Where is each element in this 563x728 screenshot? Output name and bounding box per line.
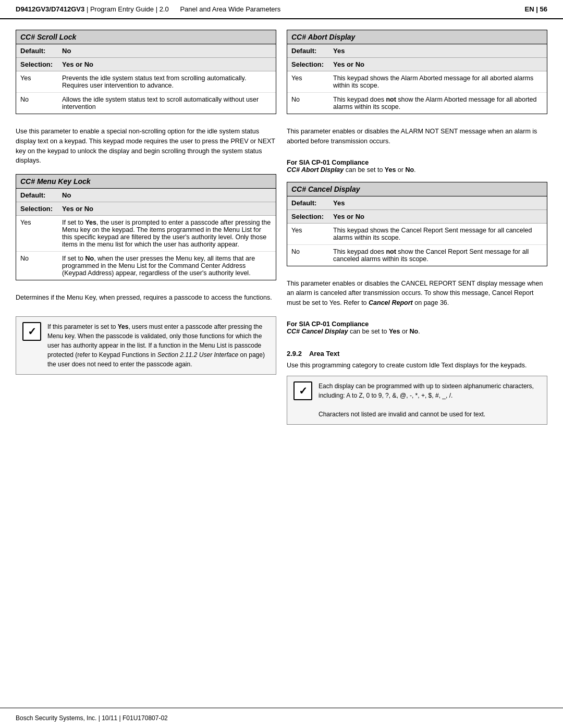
table-row: Yes If set to Yes, the user is prompted … [16, 216, 276, 252]
area-text-number: 2.9.2 [287, 350, 302, 357]
footer-doc: F01U170807-02 [123, 714, 168, 722]
abort-display-default-label: Default: [287, 44, 329, 58]
menu-key-lock-section: CC# Menu Key Lock Default: No Selection:… [16, 174, 276, 280]
header-lang: EN [525, 5, 534, 13]
table-row: Yes This keypad shows the Alarm Aborted … [287, 71, 547, 93]
table-row: Yes Prevents the idle system status text… [16, 71, 276, 93]
guide-title: Program Entry Guide [90, 5, 154, 13]
cancel-display-selection-label: Selection: [287, 209, 329, 223]
page-wrapper: D9412GV3/D7412GV3 | Program Entry Guide … [0, 0, 563, 728]
cancel-display-row1-value: This keypad shows the Cancel Report Sent… [329, 223, 547, 244]
header-spacer [170, 5, 178, 13]
note-content: If this parameter is set to Yes, users m… [47, 322, 270, 369]
table-row: No If set to No, when the user presses t… [16, 252, 276, 280]
scroll-lock-row1-value: Prevents the idle system status text fro… [58, 71, 276, 93]
cancel-display-table: Default: Yes Selection: Yes or No Yes [287, 196, 547, 266]
abort-sia-text: For SIA CP-01 Compliance CC# Abort Displ… [287, 159, 547, 174]
cancel-display-default-label: Default: [287, 196, 329, 210]
abort-display-title: CC# Abort Display [287, 30, 547, 44]
scroll-lock-selection-label: Selection: [16, 58, 58, 71]
menu-key-lock-table: Default: No Selection: Yes or No Yes [16, 189, 276, 280]
menu-key-lock-desc: Determines if the Menu Key, when pressed… [16, 293, 276, 303]
header-right: EN | 56 [525, 5, 547, 13]
menu-key-lock-selection-value: Yes or No [58, 202, 276, 216]
two-column-layout: CC# Scroll Lock Default: No Selection: Y… [16, 30, 547, 697]
cancel-display-row2-value: This keypad does not show the Cancel Rep… [329, 244, 547, 266]
abort-display-row2-value: This keypad does not show the Alarm Abor… [329, 93, 547, 114]
cancel-display-selection-value: Yes or No [329, 209, 547, 223]
menu-key-lock-row2-key: No [16, 252, 58, 280]
cancel-display-header-row: Default: Yes [287, 196, 547, 210]
scroll-lock-title: CC# Scroll Lock [16, 30, 276, 44]
menu-key-lock-note: ✓ If this parameter is set to Yes, users… [16, 316, 276, 375]
menu-key-lock-default-value: No [58, 189, 276, 202]
cancel-display-row2-key: No [287, 244, 329, 266]
scroll-lock-row2-key: No [16, 93, 58, 114]
abort-display-table: Default: Yes Selection: Yes or No Yes [287, 44, 547, 114]
abort-display-header-row: Default: Yes [287, 44, 547, 58]
header-separator2: | [156, 5, 160, 13]
area-text-heading: 2.9.2 Area Text [287, 350, 547, 357]
header-section: Panel and Area Wide Parameters [180, 5, 280, 13]
table-row: No This keypad does not show the Cancel … [287, 244, 547, 266]
table-row: No Allows the idle system status text to… [16, 93, 276, 114]
area-text-section: 2.9.2 Area Text Use this programming cat… [287, 348, 547, 425]
menu-key-lock-header-row: Default: No [16, 189, 276, 202]
abort-sia-body: CC# Abort Display can be set to Yes or N… [287, 166, 547, 174]
header-left: D9412GV3/D7412GV3 | Program Entry Guide … [16, 5, 280, 13]
scroll-lock-selection-row: Selection: Yes or No [16, 58, 276, 71]
cancel-sia-body: CC# Cancel Display can be set to Yes or … [287, 328, 547, 335]
model-number: D9412GV3/D7412GV3 [16, 5, 84, 13]
scroll-lock-default-label: Default: [16, 44, 58, 58]
menu-key-lock-selection-row: Selection: Yes or No [16, 202, 276, 216]
menu-key-lock-selection-label: Selection: [16, 202, 58, 216]
main-content: CC# Scroll Lock Default: No Selection: Y… [0, 19, 563, 708]
cancel-display-default-value: Yes [329, 196, 547, 210]
footer-company: Bosch Security Systems, Inc. [16, 714, 96, 722]
cancel-display-title: CC# Cancel Display [287, 182, 547, 196]
cancel-display-selection-row: Selection: Yes or No [287, 209, 547, 223]
note-icon: ✓ [22, 322, 41, 341]
left-column: CC# Scroll Lock Default: No Selection: Y… [16, 30, 276, 697]
abort-display-selection-row: Selection: Yes or No [287, 58, 547, 71]
abort-display-default-value: Yes [329, 44, 547, 58]
area-text-note-content: Each display can be programmed with up t… [319, 381, 541, 419]
abort-display-selection-value: Yes or No [329, 58, 547, 71]
header-version: 2.0 [160, 5, 169, 13]
header-page: 56 [540, 5, 547, 13]
scroll-lock-row1-key: Yes [16, 71, 58, 93]
abort-display-desc: This parameter enables or disables the A… [287, 127, 547, 146]
cancel-sia-text: For SIA CP-01 Compliance CC# Cancel Disp… [287, 320, 547, 335]
scroll-lock-header-row: Default: No [16, 44, 276, 58]
scroll-lock-selection-value: Yes or No [58, 58, 276, 71]
abort-sia-heading: For SIA CP-01 Compliance [287, 159, 547, 166]
scroll-lock-default-value: No [58, 44, 276, 58]
scroll-lock-desc: Use this parameter to enable a special n… [16, 127, 276, 166]
right-column: CC# Abort Display Default: Yes Selection… [287, 30, 547, 697]
cancel-sia-heading: For SIA CP-01 Compliance [287, 320, 547, 328]
menu-key-lock-title: CC# Menu Key Lock [16, 175, 276, 189]
scroll-lock-section: CC# Scroll Lock Default: No Selection: Y… [16, 30, 276, 114]
scroll-lock-table: Default: No Selection: Yes or No Yes [16, 44, 276, 114]
footer-date: 10/11 [102, 714, 117, 722]
cancel-display-desc: This parameter enables or disables the C… [287, 279, 547, 308]
menu-key-lock-row1-value: If set to Yes, the user is prompted to e… [58, 216, 276, 252]
table-row: Yes This keypad shows the Cancel Report … [287, 223, 547, 244]
abort-display-row1-value: This keypad shows the Alarm Aborted mess… [329, 71, 547, 93]
header-separator: | [87, 5, 90, 13]
scroll-lock-row2-value: Allows the idle system status text to sc… [58, 93, 276, 114]
area-text-title: Area Text [309, 350, 339, 357]
area-text-desc: Use this programming category to create … [287, 361, 547, 371]
table-row: No This keypad does not show the Alarm A… [287, 93, 547, 114]
page-footer: Bosch Security Systems, Inc. | 10/11 | F… [0, 708, 563, 728]
abort-display-row2-key: No [287, 93, 329, 114]
area-text-note: ✓ Each display can be programmed with up… [287, 376, 547, 425]
menu-key-lock-default-label: Default: [16, 189, 58, 202]
area-text-title-space [304, 350, 308, 357]
menu-key-lock-row2-value: If set to No, when the user presses the … [58, 252, 276, 280]
area-text-note-icon: ✓ [293, 381, 312, 400]
cancel-display-row1-key: Yes [287, 223, 329, 244]
abort-display-selection-label: Selection: [287, 58, 329, 71]
abort-display-row1-key: Yes [287, 71, 329, 93]
abort-display-section: CC# Abort Display Default: Yes Selection… [287, 30, 547, 114]
